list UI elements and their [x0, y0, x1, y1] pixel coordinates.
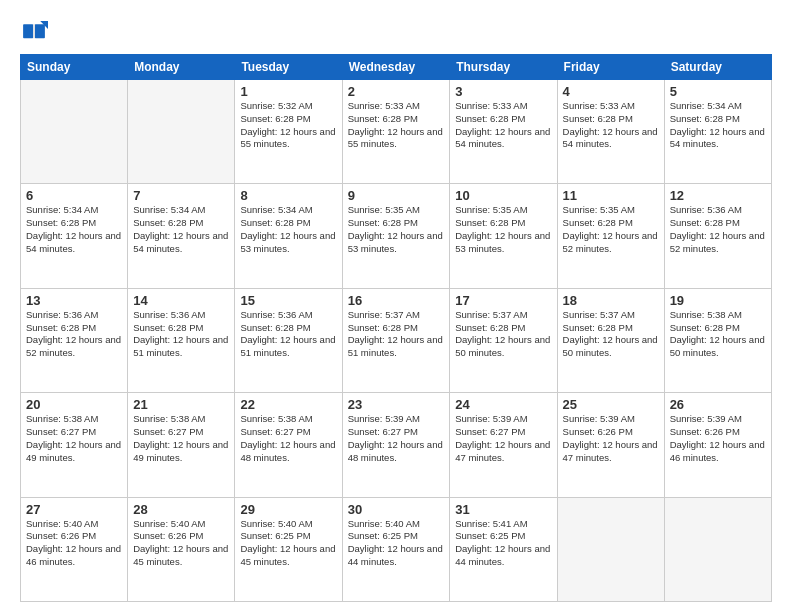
day-number: 7: [133, 188, 229, 203]
calendar-week-4: 20Sunrise: 5:38 AMSunset: 6:27 PMDayligh…: [21, 393, 772, 497]
calendar-cell: [21, 80, 128, 184]
header-row: Sunday Monday Tuesday Wednesday Thursday…: [21, 55, 772, 80]
calendar-cell: 13Sunrise: 5:36 AMSunset: 6:28 PMDayligh…: [21, 288, 128, 392]
calendar-cell: 27Sunrise: 5:40 AMSunset: 6:26 PMDayligh…: [21, 497, 128, 601]
calendar-cell: 9Sunrise: 5:35 AMSunset: 6:28 PMDaylight…: [342, 184, 450, 288]
page: Sunday Monday Tuesday Wednesday Thursday…: [0, 0, 792, 612]
calendar-cell: 20Sunrise: 5:38 AMSunset: 6:27 PMDayligh…: [21, 393, 128, 497]
calendar-cell: 31Sunrise: 5:41 AMSunset: 6:25 PMDayligh…: [450, 497, 557, 601]
day-number: 30: [348, 502, 445, 517]
day-detail: Sunrise: 5:39 AMSunset: 6:27 PMDaylight:…: [455, 413, 551, 464]
calendar-header: Sunday Monday Tuesday Wednesday Thursday…: [21, 55, 772, 80]
calendar-cell: 23Sunrise: 5:39 AMSunset: 6:27 PMDayligh…: [342, 393, 450, 497]
day-detail: Sunrise: 5:34 AMSunset: 6:28 PMDaylight:…: [240, 204, 336, 255]
day-detail: Sunrise: 5:35 AMSunset: 6:28 PMDaylight:…: [563, 204, 659, 255]
calendar-cell: 4Sunrise: 5:33 AMSunset: 6:28 PMDaylight…: [557, 80, 664, 184]
day-number: 28: [133, 502, 229, 517]
day-number: 14: [133, 293, 229, 308]
calendar-cell: 22Sunrise: 5:38 AMSunset: 6:27 PMDayligh…: [235, 393, 342, 497]
day-detail: Sunrise: 5:38 AMSunset: 6:27 PMDaylight:…: [26, 413, 122, 464]
day-number: 3: [455, 84, 551, 99]
day-number: 5: [670, 84, 766, 99]
calendar-cell: 17Sunrise: 5:37 AMSunset: 6:28 PMDayligh…: [450, 288, 557, 392]
calendar-cell: 19Sunrise: 5:38 AMSunset: 6:28 PMDayligh…: [664, 288, 771, 392]
calendar-cell: 26Sunrise: 5:39 AMSunset: 6:26 PMDayligh…: [664, 393, 771, 497]
day-detail: Sunrise: 5:37 AMSunset: 6:28 PMDaylight:…: [455, 309, 551, 360]
day-number: 24: [455, 397, 551, 412]
day-number: 23: [348, 397, 445, 412]
day-detail: Sunrise: 5:35 AMSunset: 6:28 PMDaylight:…: [348, 204, 445, 255]
day-detail: Sunrise: 5:41 AMSunset: 6:25 PMDaylight:…: [455, 518, 551, 569]
day-detail: Sunrise: 5:38 AMSunset: 6:27 PMDaylight:…: [240, 413, 336, 464]
day-number: 11: [563, 188, 659, 203]
col-monday: Monday: [128, 55, 235, 80]
day-detail: Sunrise: 5:34 AMSunset: 6:28 PMDaylight:…: [26, 204, 122, 255]
day-number: 18: [563, 293, 659, 308]
day-number: 6: [26, 188, 122, 203]
day-number: 15: [240, 293, 336, 308]
day-number: 20: [26, 397, 122, 412]
day-detail: Sunrise: 5:36 AMSunset: 6:28 PMDaylight:…: [670, 204, 766, 255]
day-detail: Sunrise: 5:34 AMSunset: 6:28 PMDaylight:…: [670, 100, 766, 151]
day-number: 12: [670, 188, 766, 203]
day-detail: Sunrise: 5:33 AMSunset: 6:28 PMDaylight:…: [563, 100, 659, 151]
calendar-week-1: 1Sunrise: 5:32 AMSunset: 6:28 PMDaylight…: [21, 80, 772, 184]
day-number: 25: [563, 397, 659, 412]
calendar-cell: 3Sunrise: 5:33 AMSunset: 6:28 PMDaylight…: [450, 80, 557, 184]
day-number: 1: [240, 84, 336, 99]
day-detail: Sunrise: 5:37 AMSunset: 6:28 PMDaylight:…: [348, 309, 445, 360]
calendar-cell: [664, 497, 771, 601]
calendar-cell: 28Sunrise: 5:40 AMSunset: 6:26 PMDayligh…: [128, 497, 235, 601]
calendar-cell: 7Sunrise: 5:34 AMSunset: 6:28 PMDaylight…: [128, 184, 235, 288]
calendar-cell: 21Sunrise: 5:38 AMSunset: 6:27 PMDayligh…: [128, 393, 235, 497]
col-wednesday: Wednesday: [342, 55, 450, 80]
day-number: 31: [455, 502, 551, 517]
day-detail: Sunrise: 5:40 AMSunset: 6:26 PMDaylight:…: [26, 518, 122, 569]
day-number: 26: [670, 397, 766, 412]
day-number: 13: [26, 293, 122, 308]
calendar-cell: 16Sunrise: 5:37 AMSunset: 6:28 PMDayligh…: [342, 288, 450, 392]
calendar-cell: [128, 80, 235, 184]
day-detail: Sunrise: 5:35 AMSunset: 6:28 PMDaylight:…: [455, 204, 551, 255]
day-detail: Sunrise: 5:39 AMSunset: 6:26 PMDaylight:…: [563, 413, 659, 464]
calendar-cell: [557, 497, 664, 601]
col-friday: Friday: [557, 55, 664, 80]
calendar-cell: 11Sunrise: 5:35 AMSunset: 6:28 PMDayligh…: [557, 184, 664, 288]
calendar-cell: 14Sunrise: 5:36 AMSunset: 6:28 PMDayligh…: [128, 288, 235, 392]
calendar-table: Sunday Monday Tuesday Wednesday Thursday…: [20, 54, 772, 602]
day-number: 22: [240, 397, 336, 412]
day-number: 21: [133, 397, 229, 412]
day-detail: Sunrise: 5:33 AMSunset: 6:28 PMDaylight:…: [455, 100, 551, 151]
day-number: 9: [348, 188, 445, 203]
calendar-cell: 12Sunrise: 5:36 AMSunset: 6:28 PMDayligh…: [664, 184, 771, 288]
calendar-cell: 2Sunrise: 5:33 AMSunset: 6:28 PMDaylight…: [342, 80, 450, 184]
calendar-cell: 15Sunrise: 5:36 AMSunset: 6:28 PMDayligh…: [235, 288, 342, 392]
svg-rect-2: [35, 24, 45, 38]
day-detail: Sunrise: 5:40 AMSunset: 6:26 PMDaylight:…: [133, 518, 229, 569]
calendar-cell: 25Sunrise: 5:39 AMSunset: 6:26 PMDayligh…: [557, 393, 664, 497]
calendar-cell: 6Sunrise: 5:34 AMSunset: 6:28 PMDaylight…: [21, 184, 128, 288]
day-detail: Sunrise: 5:38 AMSunset: 6:28 PMDaylight:…: [670, 309, 766, 360]
col-tuesday: Tuesday: [235, 55, 342, 80]
day-detail: Sunrise: 5:37 AMSunset: 6:28 PMDaylight:…: [563, 309, 659, 360]
day-number: 27: [26, 502, 122, 517]
day-detail: Sunrise: 5:36 AMSunset: 6:28 PMDaylight:…: [240, 309, 336, 360]
day-number: 29: [240, 502, 336, 517]
day-detail: Sunrise: 5:36 AMSunset: 6:28 PMDaylight:…: [133, 309, 229, 360]
svg-rect-3: [33, 24, 35, 38]
calendar-week-3: 13Sunrise: 5:36 AMSunset: 6:28 PMDayligh…: [21, 288, 772, 392]
day-number: 10: [455, 188, 551, 203]
col-sunday: Sunday: [21, 55, 128, 80]
day-detail: Sunrise: 5:38 AMSunset: 6:27 PMDaylight:…: [133, 413, 229, 464]
logo: [20, 18, 52, 46]
day-detail: Sunrise: 5:39 AMSunset: 6:27 PMDaylight:…: [348, 413, 445, 464]
day-detail: Sunrise: 5:33 AMSunset: 6:28 PMDaylight:…: [348, 100, 445, 151]
calendar-cell: 24Sunrise: 5:39 AMSunset: 6:27 PMDayligh…: [450, 393, 557, 497]
calendar-cell: 5Sunrise: 5:34 AMSunset: 6:28 PMDaylight…: [664, 80, 771, 184]
day-number: 16: [348, 293, 445, 308]
day-detail: Sunrise: 5:34 AMSunset: 6:28 PMDaylight:…: [133, 204, 229, 255]
logo-icon: [20, 18, 48, 46]
day-number: 17: [455, 293, 551, 308]
day-detail: Sunrise: 5:39 AMSunset: 6:26 PMDaylight:…: [670, 413, 766, 464]
day-number: 2: [348, 84, 445, 99]
